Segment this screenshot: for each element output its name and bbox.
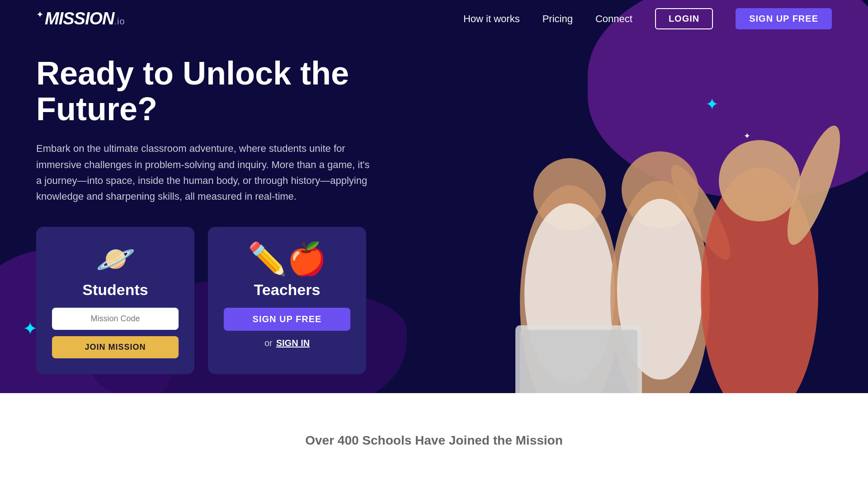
login-button[interactable]: LOGIN bbox=[655, 8, 713, 29]
students-card-title: Students bbox=[82, 281, 148, 299]
nav-link-connect[interactable]: Connect bbox=[595, 13, 632, 25]
bottom-section: Over 400 Schools Have Joined the Mission bbox=[0, 393, 868, 488]
or-signin-row: or SIGN IN bbox=[264, 338, 310, 348]
join-mission-button[interactable]: JOIN MISSION bbox=[52, 336, 179, 358]
hero-description: Embark on the ultimate classroom adventu… bbox=[36, 141, 371, 204]
logo-suffix: .io bbox=[114, 16, 125, 27]
or-label: or bbox=[264, 338, 273, 348]
cards-row: 🪐 Students JOIN MISSION ✏️🍎 Teachers SIG… bbox=[0, 227, 868, 374]
teachers-card: ✏️🍎 Teachers SIGN UP FREE or SIGN IN bbox=[208, 227, 366, 374]
sign-in-link[interactable]: SIGN IN bbox=[276, 338, 310, 348]
nav-link-pricing[interactable]: Pricing bbox=[542, 13, 573, 25]
nav-signup-button[interactable]: SIGN UP FREE bbox=[736, 8, 832, 29]
logo[interactable]: ✦ MISSION .io bbox=[36, 9, 125, 29]
nav-links: How it works Pricing Connect LOGIN SIGN … bbox=[463, 8, 832, 29]
hero-section: ✦ ✦ ✦ ✦ MISSIO bbox=[0, 0, 868, 393]
teachers-card-title: Teachers bbox=[254, 281, 321, 299]
hero-content: Ready to Unlock the Future? Embark on th… bbox=[0, 38, 407, 204]
planet-emoji: 🪐 bbox=[96, 240, 135, 277]
mission-code-input[interactable] bbox=[52, 308, 179, 330]
navbar: ✦ MISSION .io How it works Pricing Conne… bbox=[0, 0, 868, 38]
schools-joined-text: Over 400 Schools Have Joined the Mission bbox=[305, 433, 563, 448]
teacher-emoji: ✏️🍎 bbox=[248, 240, 326, 277]
teachers-signup-button[interactable]: SIGN UP FREE bbox=[224, 308, 350, 331]
nav-link-how-it-works[interactable]: How it works bbox=[463, 13, 520, 25]
logo-star-icon: ✦ bbox=[36, 9, 44, 20]
sparkle-icon-3: ✦ bbox=[23, 318, 38, 339]
logo-text: MISSION bbox=[45, 9, 114, 28]
students-card: 🪐 Students JOIN MISSION bbox=[36, 227, 194, 374]
sparkle-icon-1: ✦ bbox=[705, 95, 719, 114]
hero-title: Ready to Unlock the Future? bbox=[36, 56, 371, 127]
svg-point-8 bbox=[719, 140, 800, 221]
sparkle-icon-2: ✦ bbox=[744, 131, 750, 141]
